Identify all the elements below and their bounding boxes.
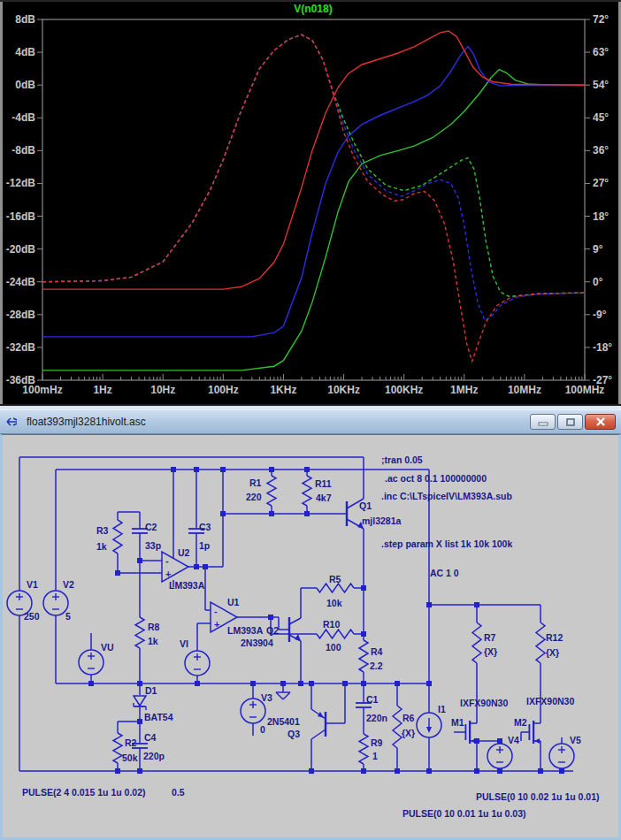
right-axis-tick-label: -9°: [593, 309, 607, 321]
schematic-label: {X}: [546, 647, 559, 658]
minimize-button[interactable]: [530, 414, 556, 430]
svg-text:+: +: [214, 619, 219, 630]
left-axis-tick-label: -20dB: [6, 243, 36, 256]
schematic-label: R7: [484, 632, 496, 643]
right-axis-tick-label: 72°: [593, 13, 609, 26]
schematic-label: VU: [101, 642, 114, 653]
schematic-label: 220: [246, 492, 262, 502]
spice-directive: .ac oct 8 0.1 100000000: [385, 473, 487, 484]
schematic-label: V3: [261, 692, 272, 703]
schematic-label: PULSE(2 4 0.015 1u 1u 0.02): [22, 787, 145, 798]
right-axis-tick-label: 27°: [593, 177, 609, 189]
bottom-axis-tick-label: 1MHz: [450, 384, 478, 396]
right-axis-tick-label: 63°: [593, 46, 609, 58]
schematic-label: M1: [451, 717, 464, 728]
schematic-label: 1p: [199, 540, 210, 551]
schematic-label: R6: [402, 713, 415, 723]
schematic-titlebar[interactable]: float393mjl3281hivolt.asc: [0, 409, 621, 434]
bottom-axis-tick-label: 1Hz: [93, 384, 111, 396]
plot-title: V(n018): [294, 3, 332, 15]
right-axis-tick-label: 18°: [593, 210, 609, 223]
schematic-label: 10k: [326, 598, 342, 608]
left-axis-tick-label: -8dB: [12, 144, 35, 157]
spice-directive: ;tran 0.05: [381, 454, 423, 465]
svg-text:-: -: [214, 606, 218, 616]
restore-icon: [565, 417, 576, 427]
schematic-label: R3: [96, 525, 109, 536]
schematic-label: 5: [65, 611, 71, 622]
left-axis-tick-label: 4dB: [15, 46, 35, 58]
schematic-label: 2N5401: [267, 716, 300, 727]
left-axis-tick-label: 0dB: [15, 79, 35, 91]
schematic-label: R5: [329, 574, 341, 584]
schematic-label: V2: [63, 579, 74, 590]
schematic-label: LM393A: [169, 580, 205, 591]
schematic-label: 100: [326, 642, 341, 653]
schematic-label: 220p: [143, 751, 165, 761]
schematic-label: U2: [178, 547, 190, 558]
right-axis-tick-label: 54°: [593, 79, 609, 91]
bottom-axis-tick-label: 100mHz: [22, 384, 62, 396]
bottom-axis-tick-label: 10MHz: [508, 384, 541, 396]
schematic-label: Q2: [266, 625, 279, 636]
schematic-label: R1: [249, 477, 262, 488]
schematic-label: I1: [438, 704, 446, 714]
schematic-label: 2.2: [370, 661, 383, 671]
schematic-editor-pane: -+-+V1250V25VUVIR31kC233pC31pU2LM393AR12…: [0, 434, 621, 840]
minimize-icon: [538, 417, 548, 426]
svg-text:-: -: [165, 555, 169, 566]
schematic-label: C2: [145, 522, 157, 532]
left-axis-tick-label: -4dB: [12, 111, 35, 124]
right-axis-tick-label: 36°: [593, 144, 609, 157]
bottom-axis-tick-label: 100KHz: [385, 384, 423, 396]
schematic-label: 0: [260, 724, 265, 735]
schematic-label: LM393A: [227, 625, 264, 636]
close-button[interactable]: [585, 414, 616, 430]
schematic-label: U1: [227, 597, 240, 607]
schematic-canvas[interactable]: -+-+V1250V25VUVIR31kC233pC31pU2LM393AR12…: [3, 435, 618, 837]
bottom-axis-tick-label: 10Hz: [150, 384, 175, 396]
waveform-plot[interactable]: V(n018)8dB72°4dB63°0dB54°-4dB45°-8dB36°-…: [0, 0, 621, 404]
schematic-label: 2N3904: [241, 638, 273, 648]
svg-text:+: +: [165, 569, 171, 579]
bottom-axis-tick-label: 100MHz: [565, 384, 605, 396]
right-axis-tick-label: 45°: [593, 111, 609, 124]
schematic-label: R12: [546, 632, 563, 643]
right-axis-tick-label: 9°: [593, 243, 603, 256]
schematic-label: 33p: [145, 540, 161, 551]
waveform-viewer-pane[interactable]: V(n018)8dB72°4dB63°0dB54°-4dB45°-8dB36°-…: [0, 0, 621, 404]
schematic-label: 0.5: [172, 787, 185, 798]
bottom-axis-tick-label: 1KHz: [270, 384, 296, 396]
right-axis-tick-label: 0°: [593, 276, 603, 288]
schematic-label: 250: [24, 611, 40, 622]
schematic-label: C3: [199, 522, 211, 532]
schematic-label: IXFX90N30: [460, 698, 508, 708]
schematic-label: Q1: [359, 500, 372, 511]
schematic-label: 50k: [122, 752, 138, 763]
schematic-window-title: float393mjl3281hivolt.asc: [27, 416, 530, 428]
schematic-label: V5: [570, 735, 581, 745]
schematic-label: D1: [145, 685, 157, 696]
schematic-label: V1: [27, 579, 38, 590]
schematic-label: VI: [180, 638, 188, 649]
schematic-label: 1k: [96, 541, 107, 552]
schematic-label: 1: [372, 751, 378, 761]
right-axis-tick-label: -18°: [593, 341, 612, 354]
spice-directive: .inc C:\LTspiceIV\LM393A.sub: [381, 491, 512, 501]
restore-button[interactable]: [557, 414, 583, 430]
schematic-label: 1k: [148, 636, 158, 646]
left-axis-tick-label: 8dB: [15, 13, 35, 26]
schematic-label: BAT54: [144, 712, 173, 722]
schematic-label: R10: [323, 619, 340, 630]
schematic-label: {X}: [402, 728, 415, 738]
schematic-label: R8: [148, 622, 160, 632]
ltspice-app-window: V(n018)8dB72°4dB63°0dB54°-4dB45°-8dB36°-…: [0, 0, 621, 840]
spice-directive: .step param X list 1k 10k 100k: [381, 538, 512, 549]
left-axis-tick-label: -32dB: [6, 341, 36, 354]
left-axis-tick-label: -12dB: [6, 177, 36, 189]
left-axis-tick-label: -28dB: [6, 309, 36, 321]
schematic-label: M2: [514, 717, 527, 728]
schematic-label: 4k7: [316, 493, 332, 503]
spice-directive: AC 1 0: [430, 568, 459, 578]
bottom-axis-tick-label: 100Hz: [208, 384, 239, 396]
